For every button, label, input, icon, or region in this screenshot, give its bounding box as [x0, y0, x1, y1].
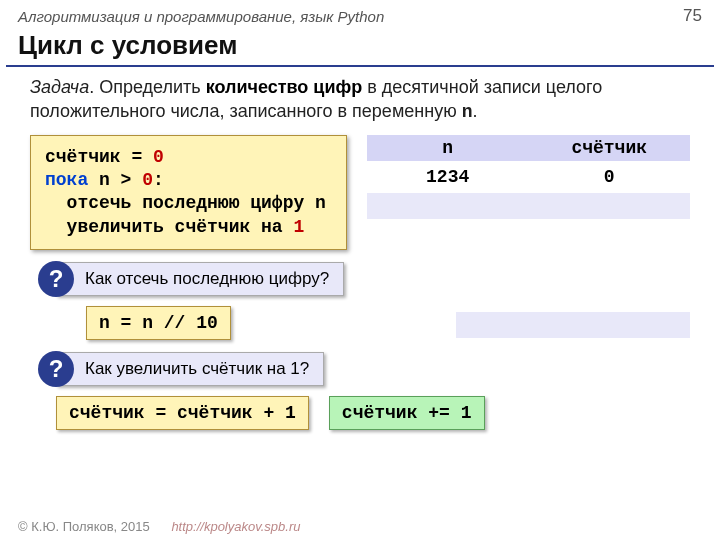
footer: © К.Ю. Поляков, 2015 http://kpolyakov.sp…: [18, 519, 301, 534]
code-snippet-alt: счётчик += 1: [329, 396, 485, 430]
course-title: Алгоритмизация и программирование, язык …: [18, 8, 384, 25]
task-bold: количество цифр: [206, 77, 363, 97]
table-row: [367, 193, 690, 219]
page-title: Цикл с условием: [0, 28, 720, 65]
title-underline: [6, 65, 714, 67]
code-snippet: счётчик = счётчик + 1: [56, 396, 309, 430]
question-text: Как увеличить счётчик на 1?: [56, 352, 324, 386]
question-1: ? Как отсечь последнюю цифру?: [56, 262, 720, 296]
content-row: счётчик = 0 пока n > 0: отсечь последнюю…: [0, 135, 720, 251]
header-bar: Алгоритмизация и программирование, язык …: [0, 0, 720, 28]
page-number: 75: [683, 6, 702, 26]
table-header: n счётчик: [367, 135, 690, 161]
code-snippet: n = n // 10: [86, 306, 231, 340]
trace-table: n счётчик 1234 0: [367, 135, 690, 219]
task-text: Задача. Определить количество цифр в дес…: [0, 75, 720, 135]
task-variable: n: [462, 102, 473, 122]
pseudocode-box: счётчик = 0 пока n > 0: отсечь последнюю…: [30, 135, 347, 251]
copyright: © К.Ю. Поляков, 2015: [18, 519, 150, 534]
answer-1: n = n // 10: [86, 306, 231, 340]
task-lead: Задача: [30, 77, 89, 97]
table-row: 1234 0: [367, 164, 690, 190]
question-2: ? Как увеличить счётчик на 1?: [56, 352, 720, 386]
footer-url: http://kpolyakov.spb.ru: [171, 519, 300, 534]
bottom-row: счётчик = счётчик + 1 счётчик += 1: [56, 396, 720, 430]
side-lavender-bar: [456, 312, 690, 338]
question-text: Как отсечь последнюю цифру?: [56, 262, 344, 296]
col-n: n: [367, 135, 529, 161]
question-icon: ?: [38, 261, 74, 297]
col-counter: счётчик: [528, 135, 690, 161]
question-icon: ?: [38, 351, 74, 387]
